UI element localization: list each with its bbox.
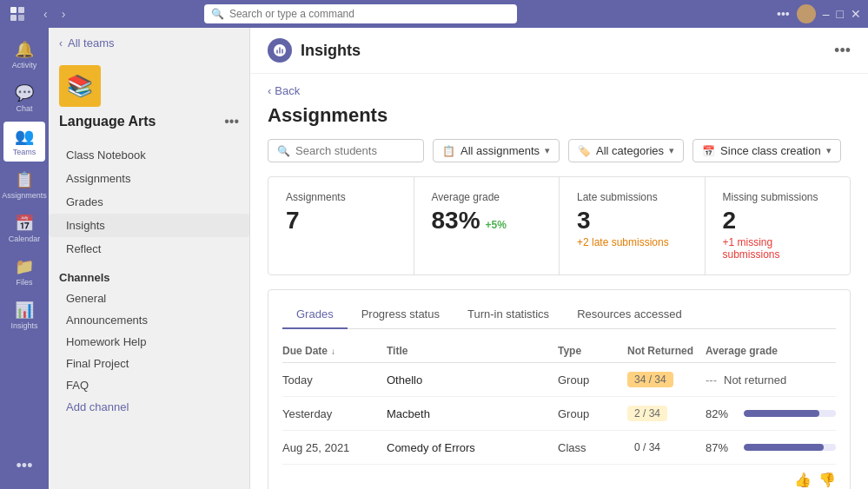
stat-late-label: Late submissions <box>577 191 687 203</box>
row3-notreturned: 0 / 34 <box>627 439 706 455</box>
main-body: ‹ Back Assignments 🔍 📋 All assignments ▾… <box>250 74 868 489</box>
rail-item-chat[interactable]: 💬 Chat <box>3 78 45 118</box>
categories-filter-label: All categories <box>596 144 664 157</box>
rail-activity-label: Activity <box>12 61 37 69</box>
stat-late-number: 3 <box>577 207 591 235</box>
thumbs-up-button[interactable]: 👍 <box>794 472 812 488</box>
user-avatar[interactable] <box>797 4 816 23</box>
assignment-filter-icon: 📋 <box>442 145 455 157</box>
rail-more-button[interactable]: ••• <box>17 457 33 482</box>
col-header-type: Type <box>558 345 627 357</box>
col-header-title: Title <box>387 345 558 357</box>
rail-item-assignments[interactable]: 📋 Assignments <box>3 165 45 205</box>
all-teams-link[interactable]: ‹ All teams <box>49 28 249 58</box>
search-icon: 🔍 <box>211 8 224 20</box>
tab-turnin[interactable]: Turn-in statistics <box>454 301 563 329</box>
since-chevron-icon: ▾ <box>826 145 832 156</box>
maximize-button[interactable]: □ <box>837 7 844 21</box>
add-channel-button[interactable]: Add channel <box>49 396 249 418</box>
calendar-icon: 📅 <box>15 214 34 233</box>
team-more-button[interactable]: ••• <box>224 114 239 129</box>
row1-notreturned-badge: 34 / 34 <box>627 372 673 387</box>
global-search-input[interactable] <box>229 8 510 20</box>
col-header-notreturned: Not Returned <box>627 345 706 357</box>
sidebar-item-insights[interactable]: Insights <box>49 214 249 237</box>
rail-item-insights[interactable]: 📊 Insights <box>3 295 45 335</box>
table-row: Yesterday Macbeth Group 2 / 34 82% <box>282 397 836 431</box>
channel-general[interactable]: General <box>49 287 249 309</box>
left-rail: 🔔 Activity 💬 Chat 👥 Teams 📋 Assignments … <box>0 28 49 489</box>
row3-grade-bar <box>744 444 824 451</box>
row1-type: Group <box>558 373 627 387</box>
insights-header-icon <box>268 38 292 63</box>
back-nav-button[interactable]: ‹ <box>38 5 53 23</box>
col-header-grade: Average grade <box>706 345 836 357</box>
channel-faq[interactable]: FAQ <box>49 374 249 396</box>
global-search-box[interactable]: 🔍 <box>204 4 517 23</box>
titlebar-actions: ••• – □ ✕ <box>777 4 861 23</box>
forward-nav-button[interactable]: › <box>56 5 71 23</box>
sidebar-item-class-notebook[interactable]: Class Notebook <box>49 143 249 167</box>
row1-notreturned: 34 / 34 <box>627 372 706 387</box>
sidebar-item-grades[interactable]: Grades <box>49 190 249 214</box>
stats-row: Assignments 7 Average grade 83% +5% Late… <box>268 176 851 275</box>
stat-assignments-value: 7 <box>286 207 396 235</box>
back-chevron-icon: ‹ <box>268 84 271 97</box>
channel-homework-help[interactable]: Homework Help <box>49 331 249 353</box>
search-students-input[interactable] <box>295 144 441 157</box>
rail-item-teams[interactable]: 👥 Teams <box>3 122 45 162</box>
channel-final-project[interactable]: Final Project <box>49 353 249 374</box>
header-more-button[interactable]: ••• <box>834 42 851 60</box>
back-link[interactable]: ‹ Back <box>268 74 851 104</box>
sidebar-item-assignments[interactable]: Assignments <box>49 167 249 190</box>
table-row: Today Othello Group 34 / 34 --- Not retu… <box>282 363 836 397</box>
minimize-button[interactable]: – <box>823 7 830 21</box>
rail-insights-label: Insights <box>10 321 37 330</box>
svg-rect-1 <box>18 7 24 13</box>
row2-notreturned-badge: 2 / 34 <box>627 406 667 421</box>
close-button[interactable]: ✕ <box>851 7 861 21</box>
row2-grade-text: 82% <box>706 407 737 420</box>
rail-item-files[interactable]: 📁 Files <box>3 252 45 292</box>
rail-item-activity[interactable]: 🔔 Activity <box>3 35 45 75</box>
rail-assignments-label: Assignments <box>2 191 47 200</box>
main-header-title: Insights <box>301 42 834 60</box>
since-filter[interactable]: 📅 Since class creation ▾ <box>692 139 841 162</box>
main-header: Insights ••• <box>250 28 868 74</box>
sidebar-item-reflect[interactable]: Reflect <box>49 237 249 261</box>
more-options-button[interactable]: ••• <box>777 7 790 21</box>
all-teams-label: All teams <box>68 36 114 50</box>
stat-average-change: +5% <box>486 219 507 231</box>
search-students-box[interactable]: 🔍 <box>268 139 424 162</box>
tab-grades[interactable]: Grades <box>282 301 348 329</box>
row3-type: Class <box>558 441 627 454</box>
thumbs-down-button[interactable]: 👎 <box>818 472 836 488</box>
assignments-filter[interactable]: 📋 All assignments ▾ <box>433 139 560 162</box>
team-section: 📚 Language Arts ••• <box>49 58 249 136</box>
search-students-icon: 🔍 <box>277 145 290 157</box>
categories-filter[interactable]: 🏷️ All categories ▾ <box>568 139 684 162</box>
row2-grade-bar-container <box>744 410 836 417</box>
tab-progress[interactable]: Progress status <box>348 301 454 329</box>
svg-rect-0 <box>10 7 17 13</box>
insights-icon: 📊 <box>15 301 34 320</box>
stat-missing-value: 2 <box>723 207 833 235</box>
channel-announcements[interactable]: Announcements <box>49 309 249 331</box>
row3-notreturned-badge: 0 / 34 <box>627 439 667 455</box>
sidebar: ‹ All teams 📚 Language Arts ••• Class No… <box>49 28 250 489</box>
row3-grade-bar-container <box>744 444 836 451</box>
stat-assignments-label: Assignments <box>286 191 396 203</box>
table-header: Due Date ↓ Title Type Not Returned Avera… <box>282 340 836 363</box>
row2-grade-bar <box>744 410 819 417</box>
app-logo <box>7 3 28 24</box>
categories-chevron-icon: ▾ <box>669 145 674 156</box>
rail-item-calendar[interactable]: 📅 Calendar <box>3 208 45 248</box>
grades-table: Due Date ↓ Title Type Not Returned Avera… <box>282 340 836 465</box>
row3-grade: 87% <box>706 441 836 454</box>
rail-calendar-label: Calendar <box>9 235 41 243</box>
tab-resources[interactable]: Resources accessed <box>563 301 696 329</box>
stat-average-label: Average grade <box>432 191 542 203</box>
team-name-row: Language Arts ••• <box>59 114 239 129</box>
team-name: Language Arts <box>59 114 156 129</box>
since-filter-label: Since class creation <box>720 144 821 157</box>
